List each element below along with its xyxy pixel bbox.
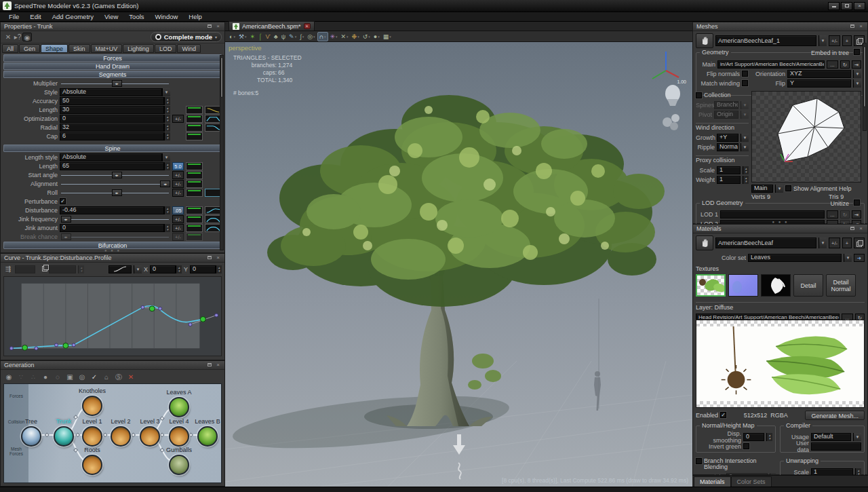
growth-dropdown[interactable]: +Y bbox=[717, 134, 738, 142]
node-knotholes[interactable] bbox=[82, 396, 102, 416]
collection-checkbox[interactable] bbox=[696, 92, 702, 98]
color-set-dropdown[interactable]: Leaves bbox=[748, 254, 842, 262]
roll-slider[interactable]: ◂▸ bbox=[60, 189, 170, 197]
delete-icon[interactable]: ✕ bbox=[126, 373, 136, 381]
clear-selection-icon[interactable]: ✕ bbox=[3, 33, 13, 41]
parent-curve-chip[interactable] bbox=[186, 180, 203, 188]
length-style-dropdown[interactable]: Absolute bbox=[60, 153, 162, 162]
x-coordinate-field[interactable]: 0 bbox=[150, 265, 176, 273]
import-icon[interactable]: ⇥ bbox=[852, 210, 861, 219]
jink-frequency-slider[interactable]: ◂▸ bbox=[60, 215, 170, 223]
tab-mat-uv[interactable]: Mat+UV bbox=[91, 44, 123, 53]
lod1-path-field[interactable] bbox=[720, 210, 825, 219]
close-panel-icon[interactable]: × bbox=[215, 24, 221, 29]
add-remove-material-button[interactable]: +/- bbox=[829, 238, 840, 248]
remove-node-icon[interactable]: ∴ bbox=[28, 373, 38, 381]
focus-node-icon[interactable]: ◉ bbox=[4, 373, 14, 381]
section-forces[interactable]: Forces bbox=[3, 54, 222, 62]
radial-field[interactable]: 32 bbox=[60, 124, 164, 132]
accuracy-field[interactable]: 50 bbox=[60, 97, 164, 105]
hand-drawn-tool[interactable]: Ѵ bbox=[264, 32, 272, 41]
undo-history-tool[interactable]: ↺▾ bbox=[361, 32, 372, 41]
sphere-icon[interactable]: ● bbox=[41, 373, 50, 381]
chevron-down-icon[interactable]: ▾ bbox=[818, 238, 827, 248]
variance-badge[interactable]: .05 bbox=[172, 206, 184, 214]
add-remove-mesh-button[interactable]: +/- bbox=[829, 35, 840, 46]
parent-curve-chip[interactable] bbox=[186, 189, 203, 197]
foliage-ball-tool[interactable]: ✳▾ bbox=[329, 32, 339, 41]
add-mesh-button[interactable]: + bbox=[842, 35, 852, 46]
float-panel-icon[interactable] bbox=[849, 24, 855, 29]
tab-materials[interactable]: Materials bbox=[694, 476, 731, 487]
curve-canvas[interactable] bbox=[3, 276, 222, 356]
usage-dropdown[interactable]: Default bbox=[811, 433, 851, 441]
menu-edit[interactable]: Edit bbox=[25, 13, 45, 20]
node-tree[interactable] bbox=[21, 426, 41, 447]
main-mesh-path-field[interactable]: in/Art Support/American Beech/AmericanBe… bbox=[717, 60, 825, 69]
branch-axis-tool[interactable]: ψ bbox=[280, 32, 287, 41]
multiplier-slider[interactable]: ◂▸ bbox=[60, 79, 170, 88]
section-hand-drawn[interactable]: Hand Drawn bbox=[3, 62, 222, 70]
sphere-tool[interactable]: ●▾ bbox=[372, 32, 381, 41]
tab-lighting[interactable]: Lighting bbox=[123, 44, 154, 53]
variance-badge[interactable]: 5.0 bbox=[172, 162, 184, 170]
float-panel-icon[interactable] bbox=[206, 255, 212, 261]
node-graph[interactable]: Forces Collision Mesh Forces Tree Trunk … bbox=[3, 383, 222, 483]
preview-lod-dropdown[interactable]: Main bbox=[751, 185, 773, 193]
detail-normal-texture-button[interactable]: Detail Normal bbox=[826, 274, 856, 297]
curve-preset-button[interactable] bbox=[108, 265, 132, 273]
eye-icon[interactable]: ◎ bbox=[77, 373, 87, 381]
disturbance-field[interactable]: -0.46 bbox=[60, 206, 164, 214]
reload-icon[interactable]: ↻ bbox=[840, 210, 850, 219]
close-panel-icon[interactable]: × bbox=[858, 226, 864, 231]
material-selector-dropdown[interactable]: AmericanBeechLeaf bbox=[715, 238, 816, 248]
wind-tool[interactable]: ∩▾ bbox=[317, 32, 328, 41]
parent-curve-chip[interactable] bbox=[186, 106, 203, 114]
menu-tools[interactable]: Tools bbox=[124, 13, 149, 20]
parent-curve-chip[interactable] bbox=[186, 206, 203, 214]
apply-color-set-icon[interactable]: ➜ bbox=[854, 254, 865, 262]
parent-curve-chip[interactable] bbox=[186, 215, 203, 223]
close-panel-icon[interactable]: × bbox=[858, 24, 864, 29]
chevron-down-icon[interactable]: ▾ bbox=[818, 35, 827, 46]
float-panel-icon[interactable] bbox=[206, 362, 212, 368]
scrollbar[interactable] bbox=[863, 43, 867, 131]
ripple-dropdown[interactable]: Normal bbox=[717, 143, 738, 151]
validate-icon[interactable]: ✓ bbox=[90, 373, 99, 381]
filter-curves-icon[interactable]: ⇶ bbox=[3, 265, 13, 273]
float-panel-icon[interactable] bbox=[849, 226, 855, 231]
generate-mesh-button[interactable]: Generate Mesh... bbox=[805, 411, 865, 420]
node-select-tool[interactable]: ◎▾ bbox=[306, 32, 316, 41]
hand-cards-icon[interactable]: ▣ bbox=[65, 373, 75, 381]
node-leaves-a[interactable] bbox=[169, 397, 189, 417]
node-level-3[interactable] bbox=[140, 426, 160, 447]
break-chance-slider[interactable]: ◂▸ bbox=[60, 233, 170, 241]
spine-length-field[interactable]: 65 bbox=[60, 162, 164, 170]
copy-curve-icon[interactable] bbox=[37, 265, 47, 273]
node-level-1[interactable] bbox=[82, 426, 102, 447]
parent-curve-chip[interactable] bbox=[186, 162, 203, 170]
close-tab-icon[interactable]: × bbox=[304, 23, 311, 29]
node-gumballs[interactable] bbox=[169, 455, 189, 475]
node-roots[interactable] bbox=[82, 455, 102, 475]
panel-layout-tool[interactable]: ▦▾ bbox=[382, 32, 393, 41]
curve-value-field[interactable] bbox=[49, 265, 76, 273]
normal-texture-thumb[interactable] bbox=[728, 274, 758, 297]
user-data-field[interactable] bbox=[811, 442, 861, 451]
disp-smoothing-field[interactable]: 0 bbox=[743, 433, 764, 441]
menu-help[interactable]: Help bbox=[184, 13, 207, 20]
canopy-tool[interactable]: ♣ bbox=[273, 32, 279, 41]
add-material-button[interactable]: + bbox=[842, 238, 852, 248]
view-mode-label[interactable]: perspective bbox=[229, 44, 262, 52]
match-winding-checkbox[interactable] bbox=[742, 80, 748, 86]
chevron-down-icon[interactable]: ▾ bbox=[162, 88, 170, 96]
tab-lod[interactable]: LOD bbox=[155, 44, 177, 53]
node-level-2[interactable] bbox=[111, 426, 131, 447]
flower-tool[interactable]: ❉▾ bbox=[351, 32, 361, 41]
float-panel-icon[interactable] bbox=[206, 24, 212, 29]
parent-curve-chip[interactable] bbox=[186, 132, 203, 140]
close-panel-icon[interactable]: × bbox=[215, 362, 221, 368]
display-mode-tool[interactable]: ◐▾ bbox=[228, 32, 237, 41]
optimization-field[interactable]: 0 bbox=[60, 115, 164, 123]
grass-tool[interactable]: ⌠ bbox=[257, 32, 263, 41]
